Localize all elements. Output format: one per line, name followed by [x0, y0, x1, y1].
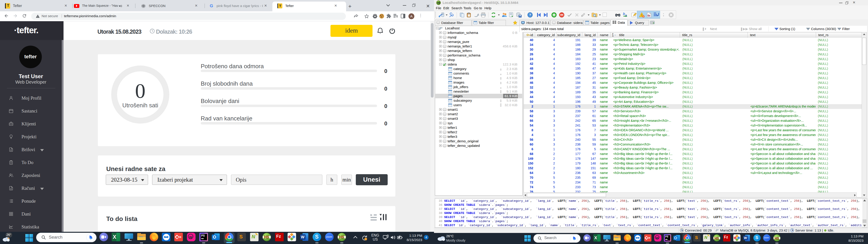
svg-text:!: ! [641, 13, 642, 17]
svg-text:0x: 0x [648, 14, 651, 17]
svg-text:?: ? [529, 13, 531, 17]
